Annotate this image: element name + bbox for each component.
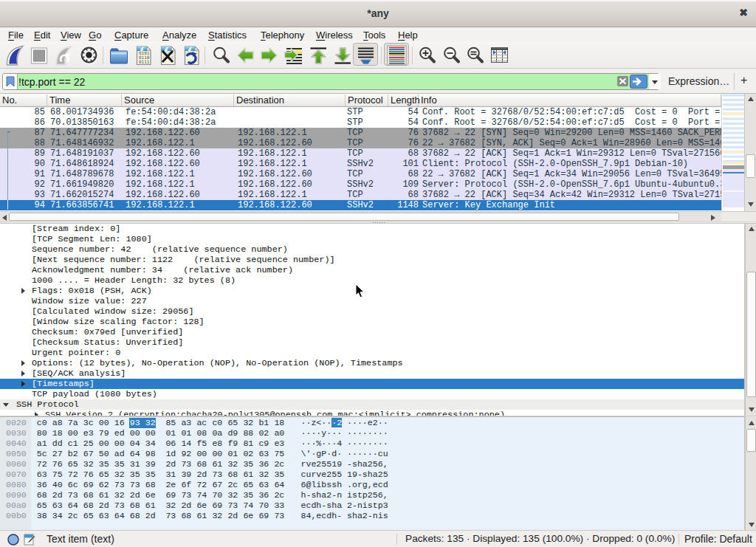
svg-text:0111: 0111 (139, 59, 150, 64)
